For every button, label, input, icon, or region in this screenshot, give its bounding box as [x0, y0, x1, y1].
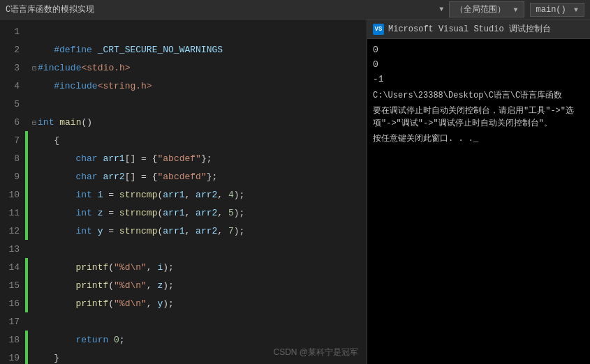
func-selector[interactable]: main() ▼	[530, 3, 584, 17]
line-number: 6	[0, 117, 25, 128]
green-indicator	[25, 131, 28, 149]
code-line-4: 4 #include<string.h>	[0, 77, 367, 95]
code-text: }	[29, 353, 59, 363]
code-text: printf("%d\n", z);	[29, 280, 174, 291]
console-title: Microsoft Visual Studio 调试控制台	[388, 23, 551, 35]
console-hint: 要在调试停止时自动关闭控制台，请启用"工具"->"选项"->"调试"->"调试停…	[373, 105, 584, 130]
code-text: int i = strncmp(arr1, arr2, 4);	[29, 190, 244, 200]
code-text: printf("%d\n", y);	[29, 298, 174, 309]
code-text: return 0;	[29, 335, 125, 345]
line-number: 4	[0, 81, 25, 91]
code-text: {	[29, 135, 59, 146]
code-lines: 12 #define _CRT_SECURE_NO_WARNINGS3⊟#inc…	[0, 20, 367, 364]
green-indicator	[25, 258, 28, 276]
console-body: 00-1 C:\Users\23388\Desktop\C语言\C语言库函数 要…	[367, 39, 590, 364]
code-line-7: 7 {	[0, 131, 367, 149]
green-indicator	[25, 185, 28, 204]
code-line-8: 8 char arr1[] = {"abcdef"};	[0, 149, 367, 167]
green-indicator	[25, 222, 28, 240]
line-number: 5	[0, 99, 25, 109]
top-toolbar: C语言库函数的模拟实现 ▼ （全局范围） ▼ main() ▼	[0, 0, 590, 20]
line-number: 9	[0, 172, 25, 182]
line-number: 17	[0, 317, 25, 327]
file-title: C语言库函数的模拟实现	[6, 3, 431, 15]
console-output-line: 0	[373, 58, 584, 73]
code-line-9: 9 char arr2[] = {"abcdefd"};	[0, 167, 367, 185]
code-text: #define _CRT_SECURE_NO_WARNINGS	[29, 45, 223, 55]
code-line-17: 17	[0, 312, 367, 331]
watermark: CSDN @莱科宁是冠军	[273, 347, 358, 358]
code-line-15: 15 printf("%d\n", z);	[0, 276, 367, 294]
code-line-3: 3⊟#include<stdio.h>	[0, 59, 367, 77]
code-text: ⊟#include<stdio.h>	[29, 63, 131, 73]
line-number: 12	[0, 226, 25, 236]
code-line-10: 10 int i = strncmp(arr1, arr2, 4);	[0, 185, 367, 204]
code-line-12: 12 int y = strncmp(arr1, arr2, 7);	[0, 222, 367, 240]
line-number: 3	[0, 63, 25, 73]
line-number: 8	[0, 153, 25, 164]
console-panel: VS Microsoft Visual Studio 调试控制台 00-1 C:…	[367, 20, 590, 364]
console-output-line: -1	[373, 73, 584, 87]
line-number: 1	[0, 26, 25, 37]
green-indicator	[25, 167, 28, 185]
collapse-icon[interactable]: ⊟	[32, 119, 36, 127]
code-line-5: 5	[0, 95, 367, 113]
console-output-line: 0	[373, 43, 584, 58]
line-number: 11	[0, 208, 25, 218]
line-number: 18	[0, 335, 25, 345]
code-line-16: 16 printf("%d\n", y);	[0, 294, 367, 312]
green-indicator	[25, 149, 28, 167]
green-indicator	[25, 294, 28, 312]
line-number: 15	[0, 280, 25, 291]
line-number: 16	[0, 298, 25, 309]
green-indicator	[25, 331, 28, 349]
code-line-14: 14 printf("%d\n", i);	[0, 258, 367, 276]
line-number: 10	[0, 190, 25, 200]
line-number: 14	[0, 262, 25, 273]
green-indicator	[25, 349, 28, 364]
line-number: 7	[0, 135, 25, 146]
code-text: char arr2[] = {"abcdefd"};	[29, 172, 217, 182]
code-text: char arr1[] = {"abcdef"};	[29, 153, 212, 164]
green-indicator	[25, 204, 28, 222]
console-path: C:\Users\23388\Desktop\C语言\C语言库函数	[373, 89, 584, 102]
main-content: 12 #define _CRT_SECURE_NO_WARNINGS3⊟#inc…	[0, 20, 590, 364]
code-line-2: 2 #define _CRT_SECURE_NO_WARNINGS	[0, 40, 367, 59]
collapse-icon[interactable]: ⊟	[32, 65, 36, 73]
console-title-bar: VS Microsoft Visual Studio 调试控制台	[367, 20, 590, 39]
green-indicator	[25, 276, 28, 294]
title-dropdown-arrow[interactable]: ▼	[439, 6, 443, 13]
line-number: 2	[0, 45, 25, 55]
code-text: printf("%d\n", i);	[29, 262, 174, 273]
code-text: int z = strncmp(arr1, arr2, 5);	[29, 208, 244, 218]
code-line-11: 11 int z = strncmp(arr1, arr2, 5);	[0, 204, 367, 222]
console-close-hint: 按任意键关闭此窗口. . ._	[373, 132, 584, 145]
line-number: 13	[0, 244, 25, 255]
scope-selector[interactable]: （全局范围） ▼	[449, 1, 524, 17]
code-line-6: 6⊟int main()	[0, 113, 367, 131]
code-text: int y = strncmp(arr1, arr2, 7);	[29, 226, 244, 236]
vs-icon: VS	[373, 24, 384, 35]
code-area[interactable]: 12 #define _CRT_SECURE_NO_WARNINGS3⊟#inc…	[0, 20, 367, 364]
code-text: ⊟int main()	[29, 117, 92, 128]
code-line-1: 1	[0, 22, 367, 40]
console-output: 00-1	[373, 43, 584, 86]
code-line-13: 13	[0, 240, 367, 258]
code-editor: 12 #define _CRT_SECURE_NO_WARNINGS3⊟#inc…	[0, 20, 367, 364]
code-text: #include<string.h>	[29, 81, 152, 91]
line-number: 19	[0, 353, 25, 363]
